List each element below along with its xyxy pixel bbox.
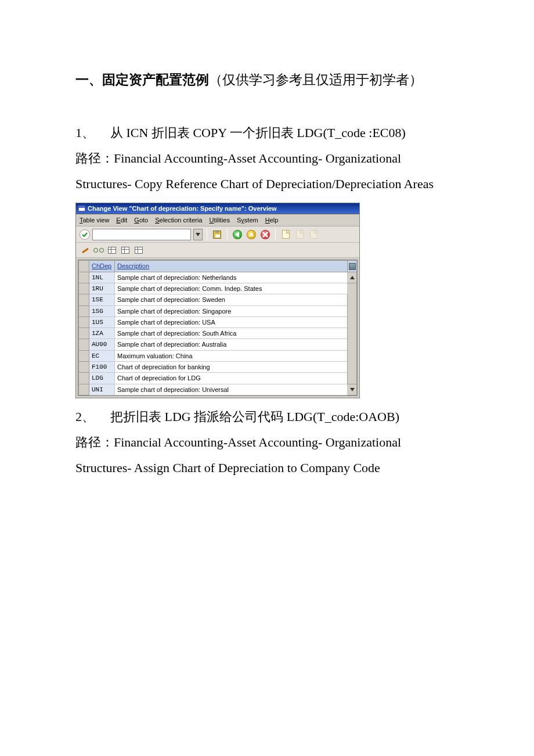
grid-corner [79, 261, 89, 272]
cell-desc[interactable]: Sample chart of depreciation: Australia [115, 339, 348, 350]
step-2-number: 2、 [75, 404, 110, 430]
row-selector[interactable] [79, 272, 89, 283]
cell-desc[interactable]: Sample chart of depreciation: Netherland… [115, 272, 348, 283]
cell-code[interactable]: 1SG [89, 305, 115, 316]
toolbar-separator [227, 229, 228, 240]
change-icon[interactable] [80, 244, 91, 256]
svg-marker-0 [196, 233, 200, 236]
step-2: 2、把折旧表 LDG 指派给公司代码 LDG(T_code:OAOB) 路径：F… [75, 404, 459, 481]
table-row[interactable]: 1NL Sample chart of depreciation: Nether… [79, 272, 357, 283]
scroll-up-button[interactable] [348, 272, 357, 283]
step-2-path: Financial Accounting-Asset Accounting- O… [75, 435, 401, 475]
row-selector[interactable] [79, 339, 89, 350]
toolbar-separator [207, 229, 207, 240]
row-selector[interactable] [79, 373, 89, 384]
sap-titlebar: Change View "Chart of depreciation: Spec… [76, 203, 359, 214]
step-1-number: 1、 [75, 120, 110, 146]
table-row[interactable]: AU00 Sample chart of depreciation: Austr… [79, 339, 357, 350]
exit-icon[interactable] [246, 229, 257, 240]
display-icon[interactable] [93, 244, 104, 256]
table-row[interactable]: LDG Chart of depreciation for LDG [79, 373, 357, 384]
step-1-path-label: 路径： [75, 151, 114, 165]
scroll-down-button[interactable] [348, 384, 357, 395]
cell-desc[interactable]: Sample chart of depreciation: Comm. Inde… [115, 283, 348, 294]
menu-system[interactable]: System [237, 216, 258, 224]
table-row[interactable]: EC Maximum valuation: China [79, 350, 357, 361]
step-2-title: 把折旧表 LDG 指派给公司代码 LDG(T_code:OAOB) [110, 409, 399, 424]
col-header-description[interactable]: Description [115, 261, 348, 272]
table-row[interactable]: 1SG Sample chart of depreciation: Singap… [79, 305, 357, 316]
menu-goto[interactable]: Goto [134, 216, 148, 224]
command-dropdown-button[interactable] [193, 229, 203, 240]
cell-desc[interactable]: Sample chart of depreciation: Sweden [115, 294, 348, 305]
grid-body: 1NL Sample chart of depreciation: Nether… [79, 272, 357, 395]
window-icon [78, 206, 85, 211]
cell-code[interactable]: 1RU [89, 283, 115, 294]
cell-code[interactable]: 1ZA [89, 328, 115, 339]
menu-help[interactable]: Help [265, 216, 279, 224]
step-1-title-line: 1、从 ICN 折旧表 COPY 一个折旧表 LDG(T_code :EC08) [75, 120, 459, 146]
table-icon-3[interactable] [133, 244, 145, 256]
sap-toolbar-app [76, 243, 359, 258]
row-selector[interactable] [79, 294, 89, 305]
grid-config-button[interactable] [348, 261, 357, 272]
cell-code[interactable]: UNI [89, 384, 115, 395]
depreciation-chart-grid: ChDep Description 1NL Sample chart of de… [78, 260, 358, 396]
cell-desc[interactable]: Chart of depreciation for LDG [115, 373, 348, 384]
menu-utilities[interactable]: Utilities [210, 216, 230, 224]
cell-desc[interactable]: Chart of depreciation for banking [115, 362, 348, 373]
table-row[interactable]: F100 Chart of depreciation for banking [79, 362, 357, 373]
scrollbar-track[interactable] [348, 283, 357, 384]
svg-marker-1 [235, 231, 239, 237]
cell-desc[interactable]: Sample chart of depreciation: South Afri… [115, 328, 348, 339]
window-title: Change View "Chart of depreciation: Spec… [88, 204, 277, 213]
cell-code[interactable]: LDG [89, 373, 115, 384]
row-selector[interactable] [79, 283, 89, 294]
table-row[interactable]: 1SE Sample chart of depreciation: Sweden [79, 294, 357, 305]
row-selector[interactable] [79, 362, 89, 373]
step-1-title: 从 ICN 折旧表 COPY 一个折旧表 LDG(T_code :EC08) [110, 125, 406, 140]
menu-edit[interactable]: Edit [116, 216, 127, 224]
cell-code[interactable]: EC [89, 350, 115, 361]
table-row[interactable]: 1US Sample chart of depreciation: USA [79, 316, 357, 327]
table-icon-2[interactable] [120, 244, 131, 256]
col-header-chdep[interactable]: ChDep [89, 261, 115, 272]
row-selector[interactable] [79, 384, 89, 395]
cell-desc[interactable]: Sample chart of depreciation: USA [115, 316, 348, 327]
find-icon [294, 229, 305, 240]
cell-desc[interactable]: Sample chart of depreciation: Universal [115, 384, 348, 395]
cell-desc[interactable]: Maximum valuation: China [115, 350, 348, 361]
row-selector[interactable] [79, 350, 89, 361]
print-icon[interactable] [280, 229, 291, 240]
table-row[interactable]: 1RU Sample chart of depreciation: Comm. … [79, 283, 357, 294]
step-2-path-line: 路径：Financial Accounting-Asset Accounting… [75, 430, 459, 481]
find-next-icon [308, 229, 319, 240]
row-selector[interactable] [79, 305, 89, 316]
table-row[interactable]: UNI Sample chart of depreciation: Univer… [79, 384, 357, 395]
sap-menubar: Table view Edit Goto Selection criteria … [76, 214, 359, 226]
cancel-icon[interactable] [259, 229, 271, 240]
step-2-path-label: 路径： [75, 435, 114, 449]
step-2-title-line: 2、把折旧表 LDG 指派给公司代码 LDG(T_code:OAOB) [75, 404, 459, 430]
back-icon[interactable] [232, 229, 243, 240]
table-row[interactable]: 1ZA Sample chart of depreciation: South … [79, 328, 357, 339]
enter-icon[interactable] [80, 229, 90, 240]
section-heading: 一、固定资产配置范例（仅供学习参考且仅适用于初学者） [75, 70, 459, 91]
cell-code[interactable]: 1NL [89, 272, 115, 283]
cell-desc[interactable]: Sample chart of depreciation: Singapore [115, 305, 348, 316]
table-icon-1[interactable] [106, 244, 118, 256]
menu-table-view[interactable]: Table view [80, 216, 109, 224]
save-icon[interactable] [211, 229, 223, 240]
svg-marker-5 [350, 276, 355, 279]
grid-header-row: ChDep Description [79, 261, 357, 272]
command-input[interactable] [92, 229, 191, 240]
menu-selection-criteria[interactable]: Selection criteria [155, 216, 202, 224]
cell-code[interactable]: F100 [89, 362, 115, 373]
cell-code[interactable]: 1US [89, 316, 115, 327]
row-selector[interactable] [79, 316, 89, 327]
grid-wrapper: ChDep Description 1NL Sample chart of de… [76, 258, 359, 398]
toolbar-separator [275, 229, 276, 240]
row-selector[interactable] [79, 328, 89, 339]
cell-code[interactable]: AU00 [89, 339, 115, 350]
cell-code[interactable]: 1SE [89, 294, 115, 305]
